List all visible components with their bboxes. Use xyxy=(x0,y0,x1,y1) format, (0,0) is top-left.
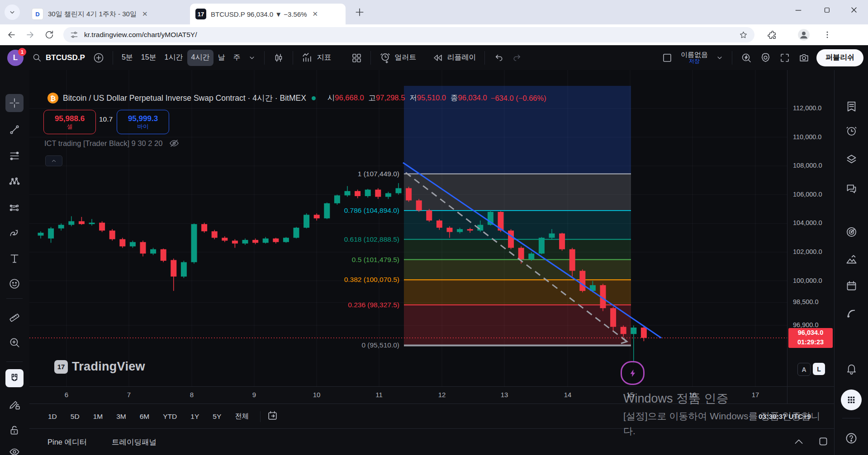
interval-button-5분[interactable]: 5분 xyxy=(118,50,137,66)
profile-avatar[interactable] xyxy=(796,27,811,42)
interval-dropdown-button[interactable] xyxy=(244,50,260,66)
chat-button[interactable] xyxy=(842,179,860,197)
forecast-tool-button[interactable] xyxy=(5,199,24,217)
interval-button-날[interactable]: 날 xyxy=(213,50,229,66)
new-tab-button[interactable] xyxy=(354,6,365,20)
back-button[interactable] xyxy=(4,27,19,42)
symbol-title[interactable]: Bitcoin / US Dollar Perpetual Inverse Sw… xyxy=(63,93,306,103)
chart-legend[interactable]: ₿ Bitcoin / US Dollar Perpetual Inverse … xyxy=(47,92,546,104)
alerts-panel-button[interactable] xyxy=(842,122,860,140)
drawing-mode-button[interactable] xyxy=(5,395,24,413)
tab-close-icon[interactable]: ✕ xyxy=(142,10,148,18)
range-button-1Y[interactable]: 1Y xyxy=(185,410,204,423)
object-tree-button[interactable] xyxy=(842,150,860,168)
layout-name-button[interactable]: 이름없음 저장 xyxy=(677,50,712,66)
panel-maximize-button[interactable] xyxy=(817,436,829,449)
settings-button[interactable] xyxy=(756,50,775,66)
window-close-button[interactable] xyxy=(841,0,867,20)
zoom-in-icon xyxy=(9,337,20,348)
snapshot-button[interactable] xyxy=(794,50,814,66)
notifications-button[interactable] xyxy=(842,359,860,377)
crosshair-tool-button[interactable] xyxy=(5,94,24,112)
goto-date-button[interactable] xyxy=(267,410,278,423)
url-text[interactable]: kr.tradingview.com/chart/yMOIAT5Y/ xyxy=(84,31,739,39)
tab-pine-editor[interactable]: Pine 에디터 xyxy=(47,437,87,447)
range-button-1M[interactable]: 1M xyxy=(88,410,108,423)
compare-add-button[interactable] xyxy=(89,50,108,66)
browser-tab-challenge[interactable]: D 30일 챌린지 4기 1주차 - 30일 ✕ xyxy=(26,4,182,24)
publish-button[interactable]: 퍼블리쉬 xyxy=(816,49,863,66)
symbol-search-button[interactable]: BTCUSD.P xyxy=(28,50,89,66)
indicators-button[interactable]: 지표 xyxy=(298,50,335,66)
brush-tool-button[interactable] xyxy=(5,224,24,242)
forward-button[interactable] xyxy=(23,27,38,42)
sell-button[interactable]: 95,988.6 셀 xyxy=(43,110,96,134)
apps-menu-button[interactable] xyxy=(841,389,862,410)
fullscreen-button[interactable] xyxy=(775,50,794,66)
zoom-in-tool-button[interactable] xyxy=(5,333,24,352)
log-scale-button[interactable]: L xyxy=(813,363,825,375)
undo-button[interactable] xyxy=(489,50,508,66)
alert-button[interactable]: 얼러트 xyxy=(375,50,420,66)
candle xyxy=(467,229,473,230)
indicator-legend-row[interactable]: ICT trading [Trader Black] 9 30 2 20 xyxy=(44,138,180,149)
range-button-1D[interactable]: 1D xyxy=(43,410,62,423)
browser-tab-tradingview[interactable]: 17 BTCUSD.P 96,034.0 ▼ −3.56% ✕ xyxy=(190,4,346,24)
address-bar[interactable]: kr.tradingview.com/chart/yMOIAT5Y/ xyxy=(63,27,754,42)
site-settings-icon[interactable] xyxy=(70,30,79,39)
user-avatar[interactable]: L 1 xyxy=(7,50,24,66)
news-feed-button[interactable] xyxy=(842,304,860,322)
range-button-3M[interactable]: 3M xyxy=(111,410,131,423)
fib-retracement-tool-button[interactable] xyxy=(5,147,24,165)
legend-collapse-button[interactable] xyxy=(45,155,62,166)
auto-scale-button[interactable]: A xyxy=(797,363,811,376)
layout-dropdown-button[interactable] xyxy=(712,50,727,66)
range-button-6M[interactable]: 6M xyxy=(135,410,155,423)
eye-off-icon[interactable] xyxy=(169,138,180,149)
save-label[interactable]: 저장 xyxy=(689,58,700,64)
range-button-5D[interactable]: 5D xyxy=(66,410,85,423)
layout-select-button[interactable] xyxy=(658,50,677,66)
tab-close-icon[interactable]: ✕ xyxy=(313,10,318,18)
window-minimize-button[interactable] xyxy=(786,0,811,20)
tab-search-button[interactable] xyxy=(5,5,20,20)
reload-button[interactable] xyxy=(42,27,57,42)
time-axis[interactable]: 67891011121314151617 xyxy=(29,386,787,404)
measure-tool-button[interactable] xyxy=(5,307,24,325)
trend-line-tool-button[interactable] xyxy=(5,121,24,139)
extensions-button[interactable] xyxy=(764,27,780,42)
buy-button[interactable]: 95,999.3 바이 xyxy=(117,110,169,134)
emoji-tool-button[interactable] xyxy=(5,275,24,293)
range-button-5Y[interactable]: 5Y xyxy=(208,410,226,423)
lock-drawings-button[interactable] xyxy=(5,421,24,439)
interval-button-주[interactable]: 주 xyxy=(229,50,244,66)
tab-trading-panel[interactable]: 트레이딩패널 xyxy=(112,437,157,447)
pattern-tool-button[interactable] xyxy=(5,173,24,191)
browser-menu-button[interactable] xyxy=(820,27,835,42)
panel-collapse-button[interactable] xyxy=(793,436,805,450)
range-button-YTD[interactable]: YTD xyxy=(158,410,182,423)
help-button[interactable] xyxy=(842,429,860,447)
indicator-legend-title[interactable]: ICT trading [Trader Black] 9 30 2 20 xyxy=(44,139,162,148)
screener-button[interactable] xyxy=(842,223,860,241)
interval-button-1시간[interactable]: 1시간 xyxy=(161,50,187,66)
ideas-button[interactable] xyxy=(842,251,860,269)
lightning-trade-badge[interactable] xyxy=(621,361,645,385)
price-axis[interactable]: 96,034.0 01:29:23 A L 112,000.0110,000.0… xyxy=(787,70,835,403)
redo-button[interactable] xyxy=(508,50,526,66)
layout-templates-button[interactable] xyxy=(347,50,366,66)
watchlist-button[interactable] xyxy=(842,97,860,115)
interval-button-15분[interactable]: 15분 xyxy=(137,50,161,66)
timezone-clock[interactable]: 03:30:37 UTC+9 xyxy=(759,413,811,421)
text-tool-button[interactable] xyxy=(5,249,24,267)
window-maximize-button[interactable] xyxy=(814,0,840,20)
quick-search-button[interactable] xyxy=(737,50,756,66)
hide-drawings-button[interactable] xyxy=(5,443,24,455)
interval-button-4시간[interactable]: 4시간 xyxy=(187,50,214,66)
chart-style-button[interactable] xyxy=(269,50,288,66)
replay-button[interactable]: 리플레이 xyxy=(428,50,480,66)
bookmark-star-icon[interactable] xyxy=(739,30,748,40)
magnet-mode-button[interactable] xyxy=(5,369,24,387)
range-button-전체[interactable]: 전체 xyxy=(230,409,254,424)
calendar-button[interactable] xyxy=(842,277,860,295)
